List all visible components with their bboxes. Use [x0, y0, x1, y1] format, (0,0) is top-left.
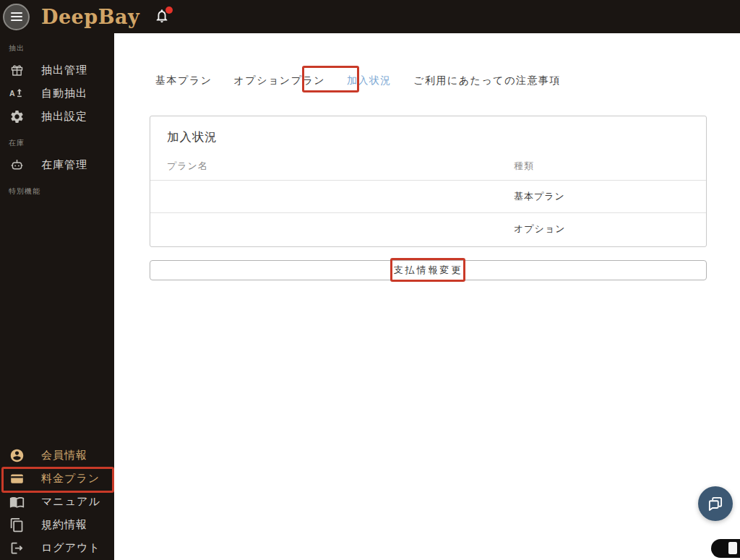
hamburger-menu-button[interactable] [3, 4, 30, 30]
card-title: 加入状況 [150, 116, 706, 145]
tab-option-plan[interactable]: オプションプラン [233, 74, 325, 87]
table-header-row: プラン名 種類 [150, 145, 706, 180]
sidebar-item-manual[interactable]: マニュアル [0, 490, 114, 513]
text-up-icon: A [9, 86, 25, 101]
plan-tabs: 基本プラン オプションプラン 加入状況 ご利用にあたっての注意事項 [155, 74, 561, 87]
sidebar-item-terms-info[interactable]: 規約情報 [0, 513, 114, 536]
sidebar-section-special: 特別機能 [0, 176, 114, 202]
robot-icon [9, 158, 25, 173]
tab-usage-notes[interactable]: ご利用にあたっての注意事項 [413, 74, 561, 87]
sidebar-item-label: 料金プラン [41, 472, 100, 486]
app-header: DeepBay [0, 0, 740, 33]
chat-support-button[interactable] [698, 486, 733, 521]
notifications-button[interactable] [154, 8, 171, 25]
bottom-right-pill [711, 539, 740, 558]
tab-subscription-status[interactable]: 加入状況 [347, 74, 392, 87]
sidebar-item-label: マニュアル [41, 495, 100, 509]
gift-icon [9, 63, 25, 78]
sidebar-item-label: ログアウト [41, 541, 100, 555]
subscription-status-card: 加入状況 プラン名 種類 基本プラン オプション [150, 116, 707, 247]
sidebar-item-auto-extraction[interactable]: A 自動抽出 [0, 82, 114, 105]
sidebar-section-extraction: 抽出 [0, 33, 114, 59]
sidebar-item-label: 規約情報 [41, 518, 87, 532]
gear-icon [9, 109, 25, 124]
plan-type-cell: 基本プラン [514, 190, 565, 203]
chat-bubbles-icon [706, 494, 725, 513]
payment-button-label: 支払情報変更 [394, 264, 463, 277]
app-logo: DeepBay [41, 6, 139, 28]
sidebar-item-label: 抽出設定 [41, 110, 87, 124]
book-icon [9, 494, 25, 509]
table-row: 基本プラン [150, 181, 706, 212]
svg-text:A: A [9, 89, 15, 98]
sidebar-bottom-group: 会員情報 料金プラン マニュアル 規約情報 [0, 444, 114, 560]
sidebar-item-label: 在庫管理 [41, 158, 87, 172]
credit-card-icon [9, 471, 25, 486]
pill-chip [728, 542, 737, 554]
sidebar-item-extraction-settings[interactable]: 抽出設定 [0, 105, 114, 128]
plan-type-cell: オプション [514, 223, 566, 236]
logout-icon [9, 540, 25, 556]
notification-badge [165, 7, 173, 14]
tab-basic-plan[interactable]: 基本プラン [155, 74, 212, 87]
payment-info-change-button[interactable]: 支払情報変更 [150, 260, 707, 280]
sidebar: 抽出 抽出管理 A 自動抽出 抽出設定 在庫 [0, 33, 114, 560]
sidebar-item-label: 会員情報 [41, 449, 87, 462]
sidebar-item-pricing-plan[interactable]: 料金プラン [0, 467, 114, 490]
sidebar-section-inventory: 在庫 [0, 128, 114, 153]
column-plan-name: プラン名 [167, 160, 514, 173]
sidebar-item-logout[interactable]: ログアウト [0, 536, 114, 559]
sidebar-item-member-info[interactable]: 会員情報 [0, 444, 114, 467]
sidebar-item-label: 抽出管理 [41, 64, 87, 77]
sidebar-item-extraction-management[interactable]: 抽出管理 [0, 59, 114, 82]
table-row: オプション [150, 213, 706, 245]
sidebar-item-inventory-management[interactable]: 在庫管理 [0, 153, 114, 176]
person-icon [9, 448, 25, 463]
column-type: 種類 [514, 160, 534, 173]
documents-icon [9, 517, 25, 533]
sidebar-item-label: 自動抽出 [41, 87, 87, 100]
sidebar-spacer [0, 202, 114, 444]
